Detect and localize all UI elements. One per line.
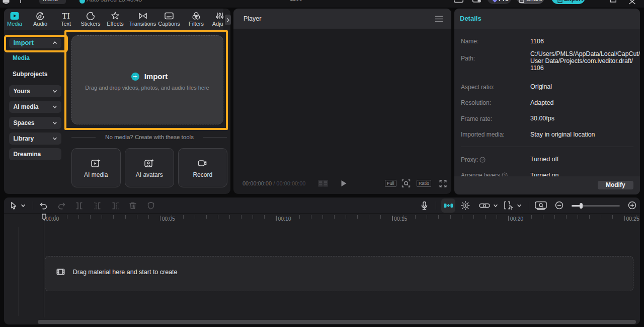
svg-text:TI: TI <box>62 12 70 20</box>
svg-text:?: ? <box>481 157 484 162</box>
